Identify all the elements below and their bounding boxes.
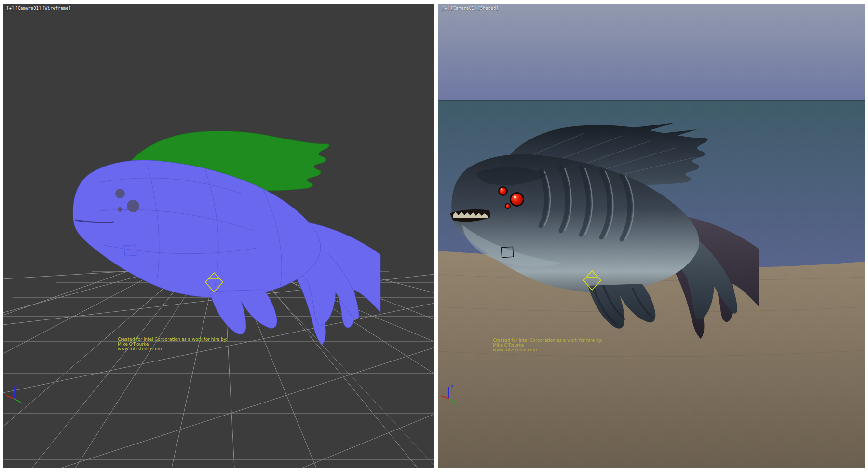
belly-fin-lobes xyxy=(209,290,277,334)
viewport-menu-general[interactable]: [+] xyxy=(6,6,14,11)
viewport-menu-pov[interactable]: [Camera01] xyxy=(450,6,476,11)
sky xyxy=(438,4,865,101)
credit-line-3: www.fritzstudio.com xyxy=(118,347,227,351)
credit-text: Created for Intel Corporation as a work … xyxy=(493,338,602,352)
axis-tripod: z xyxy=(6,384,22,403)
credit-text: Created for Intel Corporation as a work … xyxy=(118,337,227,351)
viewport-menu-shading[interactable]: [Shaded] xyxy=(477,6,498,11)
shaded-canvas[interactable]: z xyxy=(438,4,865,468)
credit-line-2: Mike O'Rourke xyxy=(493,343,602,347)
viewport-shaded[interactable]: z [+] [Camera01] [Shaded] Created for In… xyxy=(438,4,865,468)
credit-line-3: www.fritzstudio.com xyxy=(493,347,602,352)
viewport-label-wireframe: [+] [Camera01] [Wireframe] xyxy=(6,6,71,11)
credit-line-1: Created for Intel Corporation as a work … xyxy=(118,337,227,342)
axis-z-label: z xyxy=(451,384,454,389)
axis-z-label: z xyxy=(16,384,19,389)
credit-line-1: Created for Intel Corporation as a work … xyxy=(493,338,602,343)
credit-line-2: Mike O'Rourke xyxy=(118,342,227,347)
viewport-label-shaded: [+] [Camera01] [Shaded] xyxy=(442,6,499,11)
viewport-menu-general[interactable]: [+] xyxy=(442,6,449,11)
viewport-menu-shading[interactable]: [Wireframe] xyxy=(42,6,71,11)
application-frame: z [+] [Camera01] [Wireframe] Created for… xyxy=(0,0,868,472)
viewport-menu-pov[interactable]: [Camera01] xyxy=(15,6,41,11)
viewport-wireframe[interactable]: z [+] [Camera01] [Wireframe] Created for… xyxy=(3,4,434,468)
fish-model-wireframe[interactable] xyxy=(73,131,380,345)
wireframe-canvas[interactable]: z xyxy=(3,4,434,468)
